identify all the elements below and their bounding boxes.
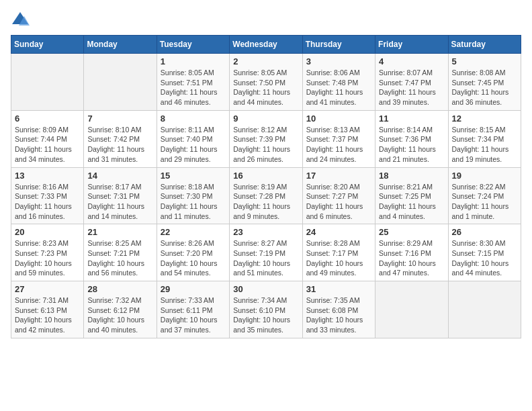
calendar-cell: 29Sunrise: 7:33 AM Sunset: 6:11 PM Dayli… xyxy=(157,281,229,338)
calendar-cell: 15Sunrise: 8:18 AM Sunset: 7:30 PM Dayli… xyxy=(157,167,229,224)
week-row-5: 27Sunrise: 7:31 AM Sunset: 6:13 PM Dayli… xyxy=(11,281,521,338)
week-row-4: 20Sunrise: 8:23 AM Sunset: 7:23 PM Dayli… xyxy=(11,224,521,281)
weekday-header-sunday: Sunday xyxy=(11,36,84,54)
calendar-cell: 2Sunrise: 8:05 AM Sunset: 7:50 PM Daylig… xyxy=(230,54,302,111)
cell-day-number: 27 xyxy=(15,284,80,294)
calendar-header: SundayMondayTuesdayWednesdayThursdayFrid… xyxy=(11,36,521,54)
week-row-3: 13Sunrise: 8:16 AM Sunset: 7:33 PM Dayli… xyxy=(11,167,521,224)
cell-day-number: 4 xyxy=(379,56,444,66)
cell-day-number: 10 xyxy=(306,113,371,124)
calendar-cell: 11Sunrise: 8:14 AM Sunset: 7:36 PM Dayli… xyxy=(375,110,448,167)
calendar-body: 1Sunrise: 8:05 AM Sunset: 7:51 PM Daylig… xyxy=(11,54,521,338)
cell-day-number: 7 xyxy=(87,113,152,124)
cell-day-info: Sunrise: 8:30 AM Sunset: 7:15 PM Dayligh… xyxy=(452,238,517,278)
cell-day-number: 25 xyxy=(379,227,444,237)
calendar-cell: 5Sunrise: 8:08 AM Sunset: 7:45 PM Daylig… xyxy=(448,54,521,111)
calendar-cell: 8Sunrise: 8:11 AM Sunset: 7:40 PM Daylig… xyxy=(157,110,229,167)
cell-day-info: Sunrise: 8:15 AM Sunset: 7:34 PM Dayligh… xyxy=(452,125,517,165)
cell-day-number: 21 xyxy=(87,227,152,237)
cell-day-number: 2 xyxy=(233,56,298,66)
cell-day-info: Sunrise: 8:10 AM Sunset: 7:42 PM Dayligh… xyxy=(87,125,152,165)
calendar-cell: 7Sunrise: 8:10 AM Sunset: 7:42 PM Daylig… xyxy=(84,110,157,167)
cell-day-info: Sunrise: 8:05 AM Sunset: 7:50 PM Dayligh… xyxy=(233,68,298,107)
cell-day-number: 5 xyxy=(452,56,517,66)
calendar-cell xyxy=(84,54,157,111)
calendar-cell: 20Sunrise: 8:23 AM Sunset: 7:23 PM Dayli… xyxy=(11,224,84,281)
cell-day-info: Sunrise: 8:12 AM Sunset: 7:39 PM Dayligh… xyxy=(233,125,298,165)
calendar-table: SundayMondayTuesdayWednesdayThursdayFrid… xyxy=(11,35,521,338)
weekday-header-saturday: Saturday xyxy=(448,36,521,54)
cell-day-info: Sunrise: 8:17 AM Sunset: 7:31 PM Dayligh… xyxy=(87,182,152,222)
cell-day-number: 9 xyxy=(233,113,298,124)
cell-day-info: Sunrise: 7:32 AM Sunset: 6:12 PM Dayligh… xyxy=(87,295,152,335)
calendar-cell: 31Sunrise: 7:35 AM Sunset: 6:08 PM Dayli… xyxy=(302,281,375,338)
calendar-cell: 17Sunrise: 8:20 AM Sunset: 7:27 PM Dayli… xyxy=(302,167,375,224)
calendar-cell: 9Sunrise: 8:12 AM Sunset: 7:39 PM Daylig… xyxy=(230,110,302,167)
logo-icon xyxy=(11,11,30,30)
calendar-cell: 14Sunrise: 8:17 AM Sunset: 7:31 PM Dayli… xyxy=(84,167,157,224)
cell-day-info: Sunrise: 8:05 AM Sunset: 7:51 PM Dayligh… xyxy=(161,68,226,107)
week-row-1: 1Sunrise: 8:05 AM Sunset: 7:51 PM Daylig… xyxy=(11,54,521,111)
cell-day-info: Sunrise: 8:26 AM Sunset: 7:20 PM Dayligh… xyxy=(161,238,226,278)
calendar-cell: 16Sunrise: 8:19 AM Sunset: 7:28 PM Dayli… xyxy=(230,167,302,224)
cell-day-number: 30 xyxy=(233,284,298,294)
cell-day-number: 1 xyxy=(161,56,226,66)
calendar-cell xyxy=(11,54,84,111)
cell-day-number: 15 xyxy=(161,171,226,181)
cell-day-info: Sunrise: 8:29 AM Sunset: 7:16 PM Dayligh… xyxy=(379,238,444,278)
calendar-cell: 1Sunrise: 8:05 AM Sunset: 7:51 PM Daylig… xyxy=(157,54,229,111)
cell-day-info: Sunrise: 8:23 AM Sunset: 7:23 PM Dayligh… xyxy=(15,238,80,278)
cell-day-info: Sunrise: 8:18 AM Sunset: 7:30 PM Dayligh… xyxy=(161,182,226,222)
cell-day-number: 12 xyxy=(452,113,517,124)
cell-day-info: Sunrise: 7:34 AM Sunset: 6:10 PM Dayligh… xyxy=(233,295,298,335)
calendar-cell: 19Sunrise: 8:22 AM Sunset: 7:24 PM Dayli… xyxy=(448,167,521,224)
cell-day-number: 8 xyxy=(161,113,226,124)
cell-day-info: Sunrise: 8:09 AM Sunset: 7:44 PM Dayligh… xyxy=(15,125,80,165)
cell-day-info: Sunrise: 7:33 AM Sunset: 6:11 PM Dayligh… xyxy=(161,295,226,335)
logo xyxy=(11,11,32,30)
cell-day-number: 17 xyxy=(306,171,371,181)
cell-day-info: Sunrise: 8:22 AM Sunset: 7:24 PM Dayligh… xyxy=(452,182,517,222)
calendar-cell xyxy=(448,281,521,338)
cell-day-number: 23 xyxy=(233,227,298,237)
weekday-header-monday: Monday xyxy=(84,36,157,54)
calendar-cell: 12Sunrise: 8:15 AM Sunset: 7:34 PM Dayli… xyxy=(448,110,521,167)
cell-day-info: Sunrise: 8:07 AM Sunset: 7:47 PM Dayligh… xyxy=(379,68,444,107)
cell-day-number: 6 xyxy=(15,113,80,124)
cell-day-info: Sunrise: 8:13 AM Sunset: 7:37 PM Dayligh… xyxy=(306,125,371,165)
cell-day-number: 18 xyxy=(379,171,444,181)
cell-day-info: Sunrise: 8:28 AM Sunset: 7:17 PM Dayligh… xyxy=(306,238,371,278)
cell-day-number: 29 xyxy=(161,284,226,294)
cell-day-number: 16 xyxy=(233,171,298,181)
calendar-cell: 25Sunrise: 8:29 AM Sunset: 7:16 PM Dayli… xyxy=(375,224,448,281)
calendar-cell: 27Sunrise: 7:31 AM Sunset: 6:13 PM Dayli… xyxy=(11,281,84,338)
calendar-cell: 3Sunrise: 8:06 AM Sunset: 7:48 PM Daylig… xyxy=(302,54,375,111)
cell-day-number: 24 xyxy=(306,227,371,237)
cell-day-info: Sunrise: 8:21 AM Sunset: 7:25 PM Dayligh… xyxy=(379,182,444,222)
calendar-cell xyxy=(375,281,448,338)
cell-day-number: 22 xyxy=(161,227,226,237)
weekday-header-wednesday: Wednesday xyxy=(230,36,302,54)
cell-day-number: 28 xyxy=(87,284,152,294)
calendar-cell: 18Sunrise: 8:21 AM Sunset: 7:25 PM Dayli… xyxy=(375,167,448,224)
cell-day-info: Sunrise: 8:06 AM Sunset: 7:48 PM Dayligh… xyxy=(306,68,371,107)
cell-day-info: Sunrise: 7:31 AM Sunset: 6:13 PM Dayligh… xyxy=(15,295,80,335)
cell-day-info: Sunrise: 7:35 AM Sunset: 6:08 PM Dayligh… xyxy=(306,295,371,335)
cell-day-number: 13 xyxy=(15,171,80,181)
calendar-cell: 22Sunrise: 8:26 AM Sunset: 7:20 PM Dayli… xyxy=(157,224,229,281)
cell-day-info: Sunrise: 8:27 AM Sunset: 7:19 PM Dayligh… xyxy=(233,238,298,278)
cell-day-info: Sunrise: 8:20 AM Sunset: 7:27 PM Dayligh… xyxy=(306,182,371,222)
week-row-2: 6Sunrise: 8:09 AM Sunset: 7:44 PM Daylig… xyxy=(11,110,521,167)
calendar-cell: 30Sunrise: 7:34 AM Sunset: 6:10 PM Dayli… xyxy=(230,281,302,338)
cell-day-number: 26 xyxy=(452,227,517,237)
cell-day-info: Sunrise: 8:11 AM Sunset: 7:40 PM Dayligh… xyxy=(161,125,226,165)
weekday-header-friday: Friday xyxy=(375,36,448,54)
calendar-cell: 28Sunrise: 7:32 AM Sunset: 6:12 PM Dayli… xyxy=(84,281,157,338)
calendar-cell: 4Sunrise: 8:07 AM Sunset: 7:47 PM Daylig… xyxy=(375,54,448,111)
calendar-cell: 6Sunrise: 8:09 AM Sunset: 7:44 PM Daylig… xyxy=(11,110,84,167)
cell-day-number: 20 xyxy=(15,227,80,237)
cell-day-info: Sunrise: 8:08 AM Sunset: 7:45 PM Dayligh… xyxy=(452,68,517,107)
page-header xyxy=(11,11,521,30)
cell-day-number: 31 xyxy=(306,284,371,294)
cell-day-info: Sunrise: 8:14 AM Sunset: 7:36 PM Dayligh… xyxy=(379,125,444,165)
